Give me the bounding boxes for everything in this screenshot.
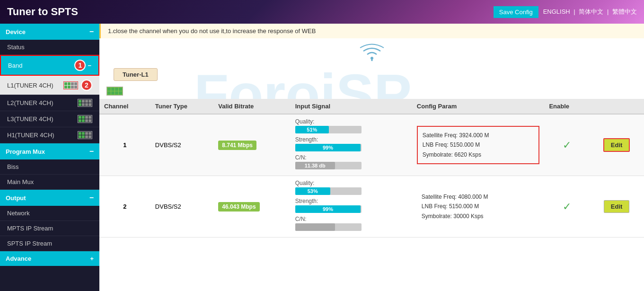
tuner-tab[interactable]: Tuner-L1: [114, 68, 158, 81]
sidebar-item-status[interactable]: Status: [0, 40, 99, 55]
cell-bitrate-0: 8.741 Mbps: [213, 114, 290, 176]
svg-point-0: [371, 57, 373, 60]
cell-channel-0: 1: [99, 114, 150, 176]
table-header-channel-icon: [106, 87, 123, 96]
sidebar-item-spts-ip[interactable]: SPTS IP Stream: [0, 236, 99, 251]
cell-tuner-type-0: DVBS/S2: [150, 114, 213, 176]
th-input-signal: Input Signal: [291, 99, 412, 114]
table-row: 2 DVBS/S2 46.043 Mbps Quality: 53% Stren…: [99, 176, 644, 238]
main-layout: Device − Status Band 1 − L1(TUNER 4CH): [0, 24, 644, 291]
cell-edit-0: Edit: [589, 114, 644, 176]
advance-label: Advance: [6, 255, 31, 262]
l1-badge: 2: [81, 79, 92, 91]
channel-table: Channel Tuner Type Valid Bitrate Input S…: [99, 99, 644, 238]
program-mux-label: Program Mux: [6, 148, 45, 155]
cell-bitrate-1: 46.043 Mbps: [213, 176, 290, 238]
sidebar-item-l3[interactable]: L3(TUNER 4CH): [0, 111, 99, 127]
lang-traditional[interactable]: 繁體中文: [612, 8, 637, 15]
channel-table-container: Channel Tuner Type Valid Bitrate Input S…: [99, 99, 644, 238]
th-action: [589, 99, 644, 114]
h1-channel-icon: [78, 131, 92, 139]
l1-channel-icon: [63, 81, 78, 89]
th-enable: Enable: [544, 99, 589, 114]
cell-enable-1: ✓: [544, 176, 589, 238]
wifi-icon: [358, 43, 386, 62]
sidebar-section-program-mux[interactable]: Program Mux −: [0, 143, 99, 159]
device-label: Device: [6, 28, 26, 35]
cell-signal-0: Quality: 51% Strength: 99% C/N: 11.38 db: [291, 114, 412, 176]
cell-enable-0: ✓: [544, 114, 589, 176]
advance-toggle: +: [90, 255, 94, 262]
cell-config-1: Satellite Freq: 4080.000 M LNB Freq: 515…: [412, 176, 545, 238]
sidebar-item-network[interactable]: Network: [0, 206, 99, 221]
edit-button-1[interactable]: Edit: [604, 200, 630, 213]
cell-edit-1: Edit: [589, 176, 644, 238]
l3-channel-icon: [78, 115, 92, 123]
th-tuner-type: Tuner Type: [150, 99, 213, 114]
language-selector: ENGLISH | 简体中文 | 繁體中文: [543, 8, 637, 16]
th-channel: Channel: [99, 99, 150, 114]
sidebar-item-l2[interactable]: L2(TUNER 4CH): [0, 95, 99, 111]
th-valid-bitrate: Valid Bitrate: [213, 99, 290, 114]
wifi-icon-area: [99, 38, 644, 66]
sidebar-section-device[interactable]: Device −: [0, 24, 99, 40]
output-toggle: −: [89, 194, 94, 202]
notice-bar: 1.close the channel when you do not use …: [99, 24, 644, 38]
sidebar-item-band[interactable]: Band 1 −: [0, 55, 99, 76]
sidebar-item-h1[interactable]: H1(TUNER 4CH): [0, 127, 99, 143]
sidebar-section-advance[interactable]: Advance +: [0, 251, 99, 266]
band-badge: 1: [74, 60, 86, 71]
cell-channel-1: 2: [99, 176, 150, 238]
l2-channel-icon: [78, 99, 92, 107]
cell-tuner-type-1: DVBS/S2: [150, 176, 213, 238]
sidebar-item-biss[interactable]: Biss: [0, 159, 99, 175]
device-toggle: −: [89, 27, 94, 36]
edit-button-0[interactable]: Edit: [603, 138, 630, 152]
header-right: Save Config ENGLISH | 简体中文 | 繁體中文: [494, 6, 637, 18]
sidebar-item-mpts-ip[interactable]: MPTS IP Stream: [0, 221, 99, 236]
sidebar-item-l1[interactable]: L1(TUNER 4CH) 2: [0, 76, 99, 95]
table-row: 1 DVBS/S2 8.741 Mbps Quality: 51% Streng…: [99, 114, 644, 176]
sidebar-section-output[interactable]: Output −: [0, 190, 99, 206]
cell-config-0: Satellite Freq: 3924.000 M LNB Freq: 515…: [412, 114, 545, 176]
output-label: Output: [6, 194, 26, 202]
save-config-button[interactable]: Save Config: [494, 6, 538, 18]
lang-english[interactable]: ENGLISH: [543, 8, 570, 15]
cell-signal-1: Quality: 53% Strength: 99% C/N:: [291, 176, 412, 238]
program-mux-toggle: −: [89, 147, 94, 156]
sidebar-item-main-mux[interactable]: Main Mux: [0, 175, 99, 190]
content-area: ForoiSP 1.close the channel when you do …: [99, 24, 644, 291]
th-config-param: Config Param: [412, 99, 545, 114]
sidebar: Device − Status Band 1 − L1(TUNER 4CH): [0, 24, 99, 291]
lang-simplified[interactable]: 简体中文: [579, 8, 603, 15]
notice-text: 1.close the channel when you do not use …: [108, 27, 316, 35]
header: Tuner to SPTS Save Config ENGLISH | 简体中文…: [0, 0, 644, 24]
page-title: Tuner to SPTS: [7, 6, 78, 18]
